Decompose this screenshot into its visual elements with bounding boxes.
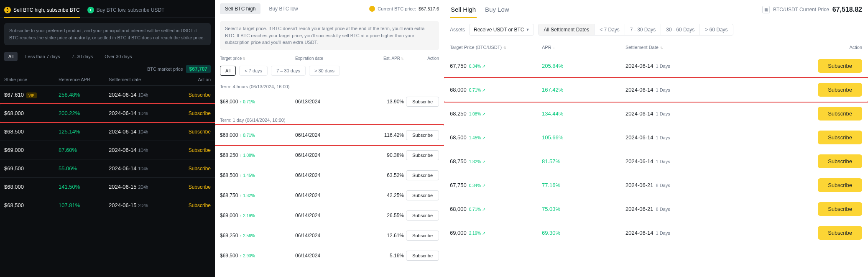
settlement-date: 2024-06-141 Days <box>625 87 722 93</box>
settle-gt60[interactable]: > 60 Days <box>700 24 733 35</box>
strike-price: $68,500 <box>4 202 59 208</box>
tab-buy-low[interactable]: Buy Low <box>484 3 510 15</box>
header-apr[interactable]: APR ↓ <box>542 45 625 50</box>
table-row: 68,5001.45% ↗105.66%2024-06-141 DaysSubs… <box>444 126 868 149</box>
tab-sell-high[interactable]: Sell BTC high <box>220 3 260 14</box>
subscribe-button[interactable]: Subscribe <box>406 190 439 200</box>
subscribe-button[interactable]: Subscribe <box>818 202 862 216</box>
subscribe-button[interactable]: Subscribe <box>818 131 862 144</box>
duration: 2D4h <box>138 203 148 208</box>
chevron-down-icon: ▼ <box>526 28 530 32</box>
market-price-value: $67,707 <box>186 65 211 73</box>
settle-all[interactable]: All Settlement Dates <box>539 24 595 35</box>
settle-lt7[interactable]: < 7 Days <box>595 24 625 35</box>
filter-7-30[interactable]: 7 – 30 days <box>271 66 306 76</box>
filter-gt30[interactable]: > 30 days <box>309 66 340 76</box>
filter-all[interactable]: All <box>220 66 236 76</box>
expiration-date: 06/14/2024 <box>295 132 362 138</box>
price-delta: ↑ 0.71% <box>240 133 255 138</box>
table-row: $68,500125.14%2024-06-141D4hSubscribe <box>0 122 215 141</box>
price-delta: 1.82% ↗ <box>469 159 485 164</box>
subscribe-button[interactable]: Subscribe <box>406 150 439 160</box>
apr: 75.03% <box>542 206 625 212</box>
est-apr: 26.55% <box>362 213 404 218</box>
filter-lt7[interactable]: Less than 7 days <box>21 52 64 61</box>
duration: 1D4h <box>138 93 148 97</box>
subscribe-button[interactable]: Subscribe <box>189 110 211 116</box>
btc-icon: ₿ <box>4 7 11 13</box>
settlement-date: 2024-06-141 Days <box>625 63 722 69</box>
settle-7-30[interactable]: 7 - 30 Days <box>625 24 661 35</box>
table-row: $68,000↑ 0.71%06/14/2024116.42%Subscribe <box>215 125 444 145</box>
product-description: Subscribe to your preferred product, and… <box>4 23 211 45</box>
header-target-price[interactable]: Target price⇅ <box>220 56 295 61</box>
target-price: 68,5001.45% ↗ <box>450 134 542 141</box>
subscribe-button[interactable]: Subscribe <box>818 107 862 121</box>
filter-all[interactable]: All <box>4 52 18 61</box>
product-rows: $67,610VIP258.48%2024-06-141D4hSubscribe… <box>0 85 215 214</box>
subscribe-button[interactable]: Subscribe <box>818 83 862 97</box>
table-row: $69,50055.06%2024-06-141D4hSubscribe <box>0 159 215 177</box>
header-apr: Reference APR <box>59 77 109 82</box>
header-action: Action <box>722 45 862 50</box>
target-price: $68,000↑ 0.71% <box>220 99 295 105</box>
layout-toggle-icon[interactable]: ▦ <box>762 6 770 13</box>
subscribe-button[interactable]: Subscribe <box>406 170 439 180</box>
subscribe-button[interactable]: Subscribe <box>406 251 439 261</box>
table-row: 68,0000.71% ↗167.42%2024-06-141 DaysSubs… <box>444 78 868 102</box>
subscribe-button[interactable]: Subscribe <box>189 92 211 98</box>
settlement-date: 2024-06-141 Days <box>625 158 722 164</box>
subscribe-button[interactable]: Subscribe <box>189 184 211 190</box>
header-date: Settlement date <box>109 77 167 82</box>
settle-30-60[interactable]: 30 - 60 Days <box>661 24 700 35</box>
settlement-date: 2024-06-152D4h <box>109 202 167 208</box>
header-apr[interactable]: Est. APR⇅ <box>362 56 404 61</box>
panel3-topbar: Sell High Buy Low ▦ BTC/USDT Current Pri… <box>444 0 868 19</box>
apr: 134.44% <box>542 110 625 117</box>
filter-gt30[interactable]: Over 30 days <box>100 52 136 61</box>
current-price-label: Current BTC price: <box>378 6 416 11</box>
filter-lt7[interactable]: < 7 days <box>239 66 268 76</box>
filter-7-30[interactable]: 7–30 days <box>67 52 97 61</box>
table-row: 67,7500.34% ↗205.84%2024-06-141 DaysSubs… <box>444 54 868 78</box>
subscribe-button[interactable]: Subscribe <box>406 97 439 107</box>
subscribe-button[interactable]: Subscribe <box>189 166 211 172</box>
subscribe-button[interactable]: Subscribe <box>818 154 862 168</box>
table-headers: Target Price (BTC/USDT) ⇅ APR ↓ Settleme… <box>444 41 868 54</box>
sort-icon: ⇅ <box>243 57 245 61</box>
action-cell: Subscribe <box>404 170 439 180</box>
direction-tabs: Sell BTC high Buy BTC low <box>220 3 303 14</box>
header-target-price[interactable]: Target Price (BTC/USDT) ⇅ <box>450 45 542 50</box>
tab-sell-high[interactable]: ₿ Sell BTC high, subscribe BTC <box>4 3 80 18</box>
subscribe-button[interactable]: Subscribe <box>818 226 862 240</box>
table-row: 67,7500.34% ↗77.16%2024-06-218 DaysSubsc… <box>444 173 868 197</box>
tab-sell-high[interactable]: Sell High <box>450 3 477 15</box>
action-cell: Subscribe <box>404 190 439 200</box>
header-strike: Strike price <box>4 77 59 82</box>
settlement-date: 2024-06-141D4h <box>109 165 167 172</box>
tab-buy-low[interactable]: T Buy BTC low, subscribe USDT <box>87 3 165 18</box>
price-value: 67,518.82 <box>832 6 862 13</box>
subscribe-button[interactable]: Subscribe <box>189 129 211 135</box>
subscribe-button[interactable]: Subscribe <box>406 231 439 241</box>
subscribe-button[interactable]: Subscribe <box>406 210 439 221</box>
subscribe-button[interactable]: Subscribe <box>818 178 862 192</box>
subscribe-button[interactable]: Subscribe <box>189 203 211 208</box>
duration-filters: All Less than 7 days 7–30 days Over 30 d… <box>0 50 215 63</box>
table-row: $69,250↑ 2.56%06/14/202412.61%Subscribe <box>215 226 444 246</box>
assets-dropdown[interactable]: Receive USDT or BTC ▼ <box>469 24 534 36</box>
subscribe-button[interactable]: Subscribe <box>406 130 439 140</box>
sort-icon: ⇅ <box>659 46 663 50</box>
apr: 105.66% <box>542 134 625 141</box>
action-cell: Subscribe <box>167 128 211 135</box>
subscribe-button[interactable]: Subscribe <box>818 59 862 73</box>
subscribe-button[interactable]: Subscribe <box>189 147 211 153</box>
action-cell: Subscribe <box>722 83 862 97</box>
price-delta: ↑ 1.45% <box>240 173 255 178</box>
dark-exchange-panel: ₿ Sell BTC high, subscribe BTC T Buy BTC… <box>0 0 215 277</box>
light-exchange-panel-b: Sell High Buy Low ▦ BTC/USDT Current Pri… <box>444 0 868 277</box>
tab-buy-low[interactable]: Buy BTC low <box>264 3 303 14</box>
target-price: $69,500↑ 2.93% <box>220 253 295 259</box>
header-settlement-date[interactable]: Settlement Date ⇅ <box>625 45 722 50</box>
action-cell: Subscribe <box>167 147 211 153</box>
